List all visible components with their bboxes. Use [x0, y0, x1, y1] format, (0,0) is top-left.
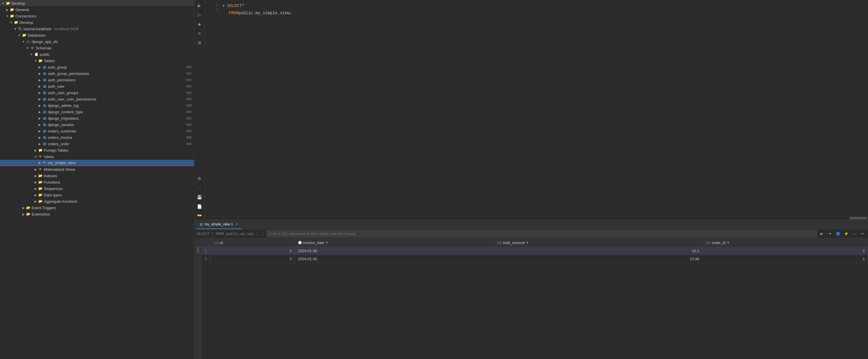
tree-item-databases[interactable]: ▼ 📁 Databases	[0, 32, 194, 38]
tree-item-develop-root[interactable]: ▼ 📁 Develop	[0, 0, 194, 6]
col-header-order-id[interactable]: 123 order_id ▼	[702, 239, 868, 247]
filter-clear-button[interactable]: 🔵	[835, 231, 841, 237]
result-tab-my-simple-view-1[interactable]: ▦ my_simple_view 1 ✕	[197, 220, 242, 229]
tree-item-django-app-db[interactable]: ▼ 🗃 django_app_db	[0, 38, 194, 45]
tree-item-auth-permission[interactable]: ▶ ▦ auth_permission 56K	[0, 77, 194, 83]
table-icon-auth-permission: ▦	[42, 78, 47, 82]
toolbar-separator-1: |	[262, 231, 264, 236]
arrow-materialized-views: ▶	[34, 168, 38, 171]
size-django-admin-log: 64K	[186, 104, 192, 107]
tree-item-django-migrations[interactable]: ▶ ▦ django_migrations 32K	[0, 115, 194, 121]
size-auth-group: 24K	[186, 65, 192, 69]
tree-item-data-types[interactable]: ▶ 📂 Data types	[0, 192, 194, 198]
function-icon: 📂	[38, 180, 43, 185]
sql-prefix-label: SELECT * FROM public.my_sim...	[197, 232, 260, 236]
result-tab-close[interactable]: ✕	[235, 222, 239, 226]
line-num-1: 1	[215, 2, 217, 7]
results-panel: ▦ my_simple_view 1 ✕ SELECT * FROM publi…	[194, 220, 868, 359]
tree-item-general[interactable]: ▶ 📁 General	[0, 6, 194, 13]
tree-item-functions[interactable]: ▶ 📂 Functions	[0, 179, 194, 185]
arrow-aggregate-functions: ▶	[34, 200, 38, 203]
arrow-extensions: ▶	[22, 213, 26, 216]
table-row[interactable]: 1 2024-01-30 10.1 2	[211, 247, 868, 255]
label-indexes: Indexes	[44, 174, 194, 178]
data-types-icon: 📂	[38, 193, 43, 197]
filter-settings-button[interactable]: ↩	[859, 231, 866, 237]
filter-options-button[interactable]: ⚡	[843, 231, 849, 237]
arrow-public: ▼	[30, 53, 34, 56]
col-name-order-id: order_id	[712, 241, 726, 245]
tree-item-django-content-type[interactable]: ▶ ▦ django_content_type 40K	[0, 109, 194, 115]
run-button[interactable]: ▶	[196, 2, 204, 9]
editor-content[interactable]: ▶ SELECT * FROM public.my_simple_view;	[219, 0, 868, 220]
editor-line-1: ▶ SELECT *	[223, 2, 865, 9]
save-button[interactable]: 💾	[196, 193, 204, 201]
tree-item-extensions[interactable]: ▶ 📂 Extensions	[0, 211, 194, 217]
arrow-views: ▼	[34, 155, 38, 158]
col-type-order-id: 123	[705, 241, 710, 245]
arrow-functions: ▶	[34, 181, 38, 184]
tree-item-views[interactable]: ▼ 👁 Views	[0, 154, 194, 160]
tree-item-tables[interactable]: ▼ 📁 Tables	[0, 57, 194, 64]
label-tutorial-localhost: tutorial-localhost - localhost:5439	[24, 27, 194, 31]
format-button[interactable]: ≡	[196, 30, 204, 37]
keyword-from: FROM	[228, 9, 239, 17]
tree-item-connections[interactable]: ▼ 📁 Connections	[0, 13, 194, 19]
col-header-invoice-date[interactable]: 🕐 invoice_date ▼	[295, 239, 493, 247]
run-script-button[interactable]: ▷	[196, 11, 204, 19]
tree-item-django-admin-log[interactable]: ▶ ▦ django_admin_log 64K	[0, 102, 194, 109]
tree-item-my-simple-view[interactable]: ▶ 👁 my_simple_view	[0, 160, 194, 166]
label-auth-user-groups: auth_user_groups	[48, 91, 186, 95]
filter-more-button[interactable]: ⋯	[851, 231, 858, 237]
tree-item-orders-customer[interactable]: ▶ ▦ orders_customer 48K	[0, 128, 194, 134]
tree-item-indexes[interactable]: ▶ 📂 Indexes	[0, 172, 194, 179]
label-schemas: Schemas	[36, 46, 194, 50]
col-header-id[interactable]: 123 id	[211, 239, 295, 247]
arrow-sequences: ▶	[34, 187, 38, 190]
tree-item-auth-group-permissions[interactable]: ▶ ▦ auth_group_permissions 32K	[0, 70, 194, 77]
filter-dropdown-button[interactable]: ▾	[827, 231, 833, 237]
tree-item-auth-user-groups[interactable]: ▶ ▦ auth_user_groups 32K	[0, 89, 194, 96]
dots-button[interactable]: ···	[196, 184, 204, 192]
tree-item-develop-child[interactable]: ▼ 📁 Develop	[0, 19, 194, 26]
cell-row2-invoice-date: 2024-01-30	[295, 255, 493, 263]
tree-item-foreign-tables[interactable]: ▶ 📁 Foreign Tables	[0, 147, 194, 154]
tree-item-tutorial-localhost[interactable]: ▼ 🔌 tutorial-localhost - localhost:5439	[0, 26, 194, 32]
tree-item-auth-user[interactable]: ▶ ▦ auth_user 64K	[0, 83, 194, 89]
sort-invoice-date: ▼	[326, 241, 329, 244]
tree-item-orders-order[interactable]: ▶ ▦ orders_order 40K	[0, 141, 194, 147]
sql-filter-input[interactable]	[266, 230, 817, 237]
tree-item-aggregate-functions[interactable]: ▶ 📂 Aggregate functions	[0, 198, 194, 204]
explain-button[interactable]: ◈	[196, 20, 204, 28]
settings-button[interactable]: ⚙	[196, 175, 204, 183]
col-header-total-amount[interactable]: 123 total_amount ▼	[493, 239, 702, 247]
label-event-triggers: Event Triggers	[32, 205, 194, 210]
schema-icon: ⚙	[30, 46, 35, 50]
size-django-content-type: 40K	[186, 110, 192, 114]
col-name-id: id	[220, 241, 223, 245]
tree-item-auth-user-user-permissions[interactable]: ▶ ▦ auth_user_user_permissions 32K	[0, 96, 194, 102]
folder-icon-foreign-tables: 📁	[38, 148, 43, 153]
save-as-button[interactable]: 📄	[196, 203, 204, 210]
tree-item-materialized-views[interactable]: ▶ 👁 Materialized Views	[0, 166, 194, 172]
table-icon-django-content-type: ▦	[42, 110, 47, 114]
tree-item-django-session[interactable]: ▶ ▦ django_session 64K	[0, 121, 194, 128]
arrow-auth-user-user-permissions: ▶	[38, 98, 42, 101]
filter-run-button[interactable]: ▶	[819, 231, 825, 237]
size-orders-invoice: 40K	[186, 136, 192, 139]
tree-item-event-triggers[interactable]: ▶ 📂 Event Triggers	[0, 204, 194, 211]
size-orders-customer: 48K	[186, 129, 192, 133]
tree-item-sequences[interactable]: ▶ 📂 Sequences	[0, 185, 194, 192]
table-row[interactable]: 2 2024-01-30 15.98 1	[211, 255, 868, 263]
sql-from-text: public.my_simple_view;	[239, 9, 292, 17]
tree-item-schemas[interactable]: ▼ ⚙ Schemas	[0, 45, 194, 51]
tree-item-auth-group[interactable]: ▶ ▦ auth_group 24K	[0, 64, 194, 70]
layout-button[interactable]: ⊞	[196, 39, 204, 47]
h-scrollbar[interactable]	[849, 217, 867, 219]
arrow-develop-root: ▼	[1, 2, 5, 5]
size-auth-user-user-permissions: 32K	[186, 97, 192, 101]
grid-table-wrapper: 123 id 🕐 invoice_date ▼	[210, 239, 868, 359]
label-auth-group-permissions: auth_group_permissions	[48, 72, 186, 76]
tree-item-orders-invoice[interactable]: ▶ ▦ orders_invoice 40K	[0, 134, 194, 141]
tree-item-public[interactable]: ▼ 📋 public	[0, 51, 194, 57]
